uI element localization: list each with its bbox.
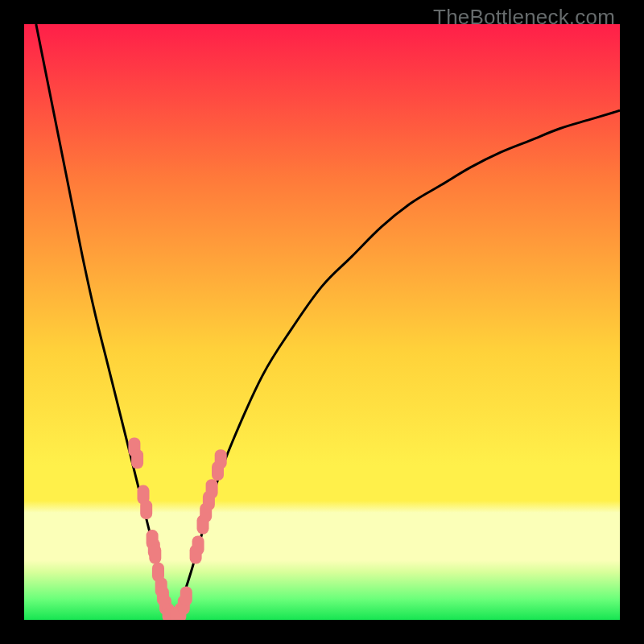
highlight-dot xyxy=(131,449,143,469)
plot-area xyxy=(24,24,620,620)
highlight-dot xyxy=(215,449,227,469)
highlight-dot xyxy=(149,545,161,564)
highlight-dot xyxy=(180,586,192,605)
frame-left xyxy=(0,0,24,644)
highlight-dot xyxy=(192,536,204,555)
highlight-dot xyxy=(140,500,152,519)
chart-svg xyxy=(24,24,620,620)
frame-right xyxy=(620,0,644,644)
highlight-dot xyxy=(206,479,218,498)
highlight-dots xyxy=(128,437,226,620)
frame-bottom xyxy=(0,620,644,644)
curve-right-branch xyxy=(173,110,620,620)
